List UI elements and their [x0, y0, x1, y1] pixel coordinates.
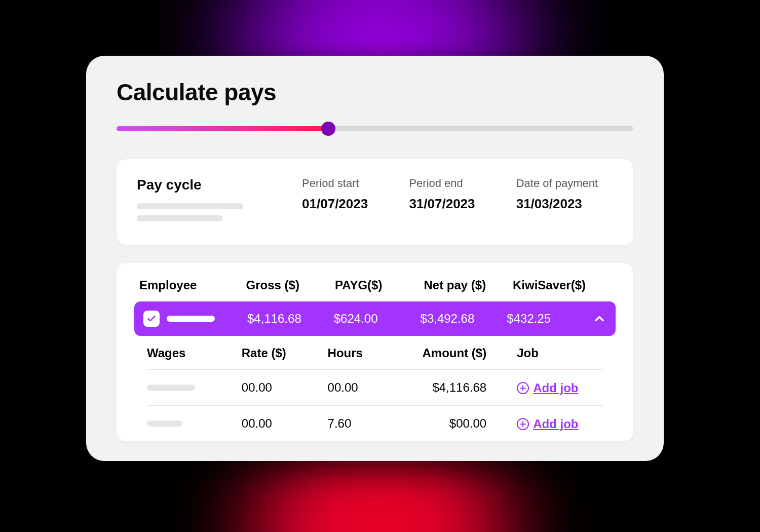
col-kiwisaver: KiwiSaver($)	[513, 278, 611, 292]
employee-net: $3,492.68	[421, 312, 507, 326]
period-start-value: 01/07/2023	[302, 196, 399, 212]
calculate-pays-panel: Calculate pays Pay cycle Period start 01…	[86, 56, 664, 461]
employee-payg: $624.00	[334, 312, 421, 326]
employee-card: Employee Gross ($) PAYG($) Net pay ($) K…	[117, 263, 633, 441]
placeholder-line	[137, 203, 243, 209]
col-employee: Employee	[139, 278, 246, 292]
employee-kiwisaver: $432.25	[507, 312, 576, 326]
wage-amount: $4,116.68	[413, 381, 517, 395]
payment-date-value: 31/03/2023	[516, 196, 613, 212]
employee-gross: $4,116.68	[247, 312, 334, 326]
period-end-value: 31/07/2023	[409, 196, 506, 212]
col-job: Job	[517, 346, 603, 360]
period-start-label: Period start	[302, 177, 399, 190]
add-job-label: Add job	[533, 417, 578, 431]
pay-cycle-card: Pay cycle Period start 01/07/2023 Period…	[117, 159, 633, 245]
col-wages: Wages	[147, 346, 242, 360]
wage-amount: $00.00	[413, 416, 517, 431]
employee-name-placeholder	[167, 316, 215, 322]
wage-name-placeholder	[147, 421, 182, 427]
placeholder-line	[137, 215, 223, 221]
col-hours: Hours	[328, 346, 414, 360]
plus-circle-icon	[517, 382, 529, 394]
wage-row: 00.00 00.00 $4,116.68 Add job	[147, 370, 603, 406]
col-net: Net pay ($)	[424, 278, 513, 292]
wage-name-placeholder	[147, 385, 195, 391]
plus-circle-icon	[517, 418, 529, 430]
check-icon	[146, 314, 157, 324]
payment-date-label: Date of payment	[516, 177, 613, 190]
wage-rate: 00.00	[242, 381, 328, 395]
page-title: Calculate pays	[117, 79, 633, 106]
col-rate: Rate ($)	[242, 346, 328, 360]
add-job-label: Add job	[533, 381, 578, 395]
add-job-button[interactable]: Add job	[517, 381, 578, 395]
chevron-up-icon[interactable]	[592, 312, 606, 326]
employee-row[interactable]: $4,116.68 $624.00 $3,492.68 $432.25	[134, 301, 616, 336]
add-job-button[interactable]: Add job	[517, 417, 578, 431]
wage-rate: 00.00	[242, 416, 328, 431]
wage-hours: 00.00	[328, 381, 414, 395]
progress-knob[interactable]	[321, 122, 335, 136]
employee-checkbox[interactable]	[143, 311, 160, 327]
pay-cycle-heading: Pay cycle	[137, 177, 292, 193]
progress-bar[interactable]	[117, 126, 633, 131]
col-amount: Amount ($)	[413, 346, 517, 360]
wages-table-header: Wages Rate ($) Hours Amount ($) Job	[147, 346, 603, 370]
col-gross: Gross ($)	[246, 278, 335, 292]
period-end-label: Period end	[409, 177, 506, 190]
progress-fill	[117, 126, 328, 131]
wage-hours: 7.60	[328, 416, 414, 431]
wage-row: 00.00 7.60 $00.00 Add job	[147, 406, 603, 441]
col-payg: PAYG($)	[335, 278, 424, 292]
employee-table-header: Employee Gross ($) PAYG($) Net pay ($) K…	[134, 278, 616, 301]
